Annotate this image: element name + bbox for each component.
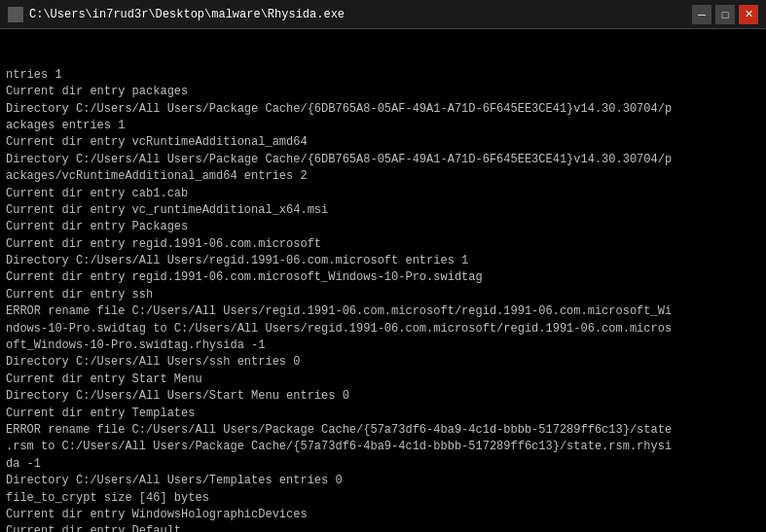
- minimize-button[interactable]: ─: [692, 5, 711, 24]
- terminal-line: ERROR rename file C:/Users/All Users/reg…: [6, 303, 760, 320]
- terminal-line: Current dir entry vc_runtimeAdditional_x…: [6, 202, 760, 219]
- title-bar: C:\Users\in7rud3r\Desktop\malware\Rhysid…: [0, 0, 766, 29]
- terminal-line: ntries 1: [6, 67, 760, 84]
- terminal-line: oft_Windows-10-Pro.swidtag.rhysida -1: [6, 337, 760, 354]
- terminal-line: Directory C:/Users/All Users/regid.1991-…: [6, 253, 760, 269]
- terminal-line: .rsm to C:/Users/All Users/Package Cache…: [6, 439, 760, 455]
- terminal-line: da -1: [6, 456, 760, 473]
- terminal-line: Directory C:/Users/All Users/ssh entries…: [6, 354, 760, 371]
- terminal-line: Current dir entry ssh: [6, 287, 760, 303]
- terminal-line: ackages entries 1: [6, 118, 760, 134]
- terminal-line: file_to_crypt size [46] bytes: [6, 490, 760, 507]
- terminal-line: Current dir entry WindowsHolographicDevi…: [6, 507, 760, 523]
- terminal-line: Current dir entry regid.1991-06.com.micr…: [6, 269, 760, 286]
- terminal-line: ndows-10-Pro.swidtag to C:/Users/All Use…: [6, 321, 760, 337]
- window-icon: [8, 7, 23, 22]
- terminal-line: Directory C:/Users/All Users/Package Cac…: [6, 101, 760, 118]
- terminal-line: ERROR rename file C:/Users/All Users/Pac…: [6, 422, 760, 439]
- window: C:\Users\in7rud3r\Desktop\malware\Rhysid…: [0, 0, 766, 532]
- terminal-line: Current dir entry Templates: [6, 406, 760, 422]
- terminal-line: Current dir entry cab1.cab: [6, 186, 760, 202]
- terminal-line: Current dir entry regid.1991-06.com.micr…: [6, 236, 760, 253]
- close-button[interactable]: ✕: [739, 5, 758, 24]
- terminal-line: Current dir entry vcRuntimeAdditional_am…: [6, 134, 760, 151]
- terminal-line: ackages/vcRuntimeAdditional_amd64 entrie…: [6, 168, 760, 185]
- terminal-line: Directory C:/Users/All Users/Start Menu …: [6, 388, 760, 405]
- terminal-line: Directory C:/Users/All Users/Package Cac…: [6, 152, 760, 168]
- title-bar-controls: ─ □ ✕: [692, 5, 758, 24]
- terminal-line: Directory C:/Users/All Users/Templates e…: [6, 473, 760, 489]
- terminal-line: Current dir entry Default: [6, 523, 760, 532]
- terminal-line: Current dir entry Start Menu: [6, 372, 760, 388]
- title-bar-text: C:\Users\in7rud3r\Desktop\malware\Rhysid…: [29, 8, 692, 21]
- maximize-button[interactable]: □: [715, 5, 735, 24]
- terminal-line: Current dir entry packages: [6, 84, 760, 100]
- terminal-output: ntries 1Current dir entry packagesDirect…: [0, 29, 766, 532]
- terminal-line: Current dir entry Packages: [6, 219, 760, 235]
